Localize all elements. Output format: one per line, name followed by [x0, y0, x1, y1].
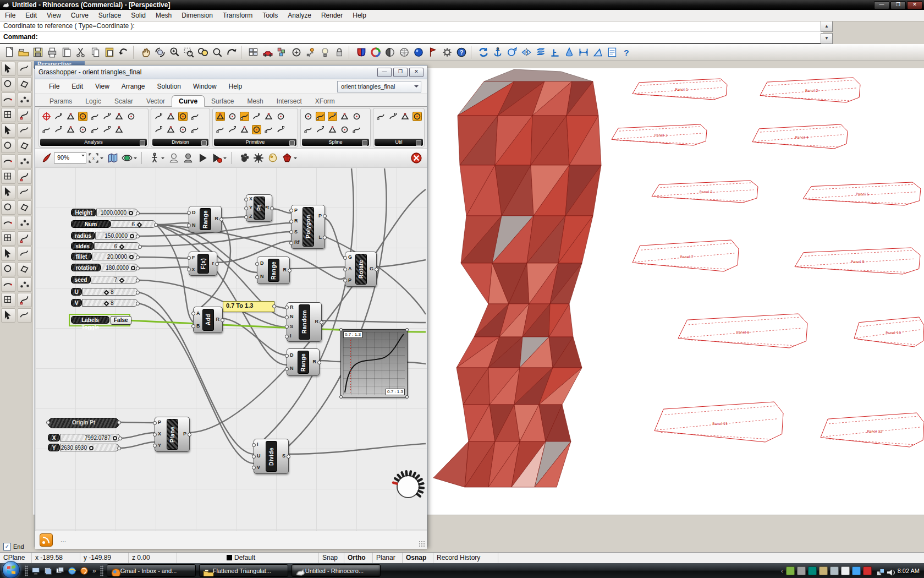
slider-knob[interactable] [104, 290, 109, 295]
toolbar-button-flag[interactable] [426, 45, 440, 59]
toolbar-button-save[interactable] [31, 45, 45, 59]
window-switcher-icon[interactable] [55, 566, 65, 576]
slider-knob[interactable] [119, 277, 125, 283]
slider-knob[interactable] [89, 446, 94, 450]
gh-menu-file[interactable]: File [43, 81, 65, 92]
slider-output-port[interactable] [154, 223, 158, 227]
toolbar-button-zoom[interactable] [167, 45, 182, 59]
toolbar-button-mirror[interactable] [519, 45, 534, 59]
chevron-down-icon[interactable] [100, 157, 103, 161]
component-icon-primitive-5[interactable] [262, 110, 274, 123]
side-tool-22[interactable] [18, 216, 32, 230]
toolbar-button-draft-angle[interactable] [591, 45, 605, 59]
toolbar-button-undo[interactable] [117, 45, 131, 59]
palette-expand-icon[interactable] [289, 140, 295, 146]
output-port-pt[interactable] [270, 206, 274, 210]
input-port-n[interactable] [187, 223, 191, 227]
side-tool-16[interactable] [18, 170, 32, 184]
slider-knob[interactable] [130, 234, 134, 238]
input-port-p[interactable] [343, 279, 347, 282]
gh-restore-button[interactable]: ❐ [393, 68, 408, 77]
output-port-r[interactable] [221, 318, 224, 322]
component-icon-division-1[interactable] [152, 110, 164, 123]
input-port-n[interactable] [285, 367, 289, 371]
firefox-icon[interactable] [79, 566, 89, 576]
output-port-l[interactable] [323, 236, 327, 239]
toolbar-button-paste[interactable] [102, 45, 117, 59]
checkbox-checked-icon[interactable]: ✓ [3, 543, 11, 550]
slider-output-port[interactable] [118, 437, 122, 440]
side-tool-8[interactable] [18, 108, 32, 122]
slider-track[interactable]: 8 [82, 299, 138, 307]
component-icon-division-3[interactable] [177, 110, 189, 123]
start-button[interactable] [2, 561, 20, 578]
side-tool-9[interactable] [1, 123, 15, 138]
component-icon-primitive-10[interactable] [250, 123, 262, 136]
slider-output-port[interactable] [117, 446, 121, 450]
menu-item-mesh[interactable]: Mesh [151, 10, 177, 20]
number-slider-fillet[interactable]: fillet20.0000 [71, 253, 138, 261]
canvas-map-button[interactable] [106, 151, 120, 165]
menu-item-edit[interactable]: Edit [20, 10, 42, 20]
output-port-r[interactable] [288, 269, 292, 272]
side-tool-24[interactable] [18, 231, 32, 246]
tray-expand-icon[interactable]: ‹ [781, 568, 783, 574]
task-button-3[interactable]: Untitled - Rhinocero... [292, 564, 381, 577]
input-port-rf[interactable] [289, 241, 293, 245]
input-port-b[interactable] [191, 324, 195, 328]
gh-menu-edit[interactable]: Edit [65, 81, 89, 92]
feed-icon[interactable] [40, 533, 53, 547]
statusbar-toggle-planar[interactable]: Planar [373, 553, 403, 564]
component-icon-spline-1[interactable] [302, 110, 314, 123]
gh-menu-window[interactable]: Window [187, 81, 223, 92]
toolbar-button-sync-view[interactable] [476, 45, 491, 59]
side-tool-4[interactable] [18, 77, 32, 91]
show-desktop-icon[interactable] [43, 566, 53, 576]
gh-component-fx[interactable]: F(x)Fxr [189, 252, 217, 276]
boolean-toggle[interactable]: Labels ToggleFalse [70, 315, 129, 325]
toolbar-button-lock[interactable] [332, 45, 346, 59]
osnap-end-toggle[interactable]: ✓End [3, 542, 24, 551]
slider-track[interactable]: 180.0000 [101, 264, 138, 271]
slider-output-port[interactable] [138, 245, 142, 249]
component-icon-spline-6[interactable] [302, 123, 314, 136]
input-port-s[interactable] [289, 230, 293, 234]
toolbar-button-undo-view[interactable] [224, 45, 239, 59]
number-slider-seed[interactable]: seed7 [71, 276, 138, 285]
component-icon-division-4[interactable] [189, 110, 201, 123]
component-icon-primitive-4[interactable] [250, 110, 262, 123]
input-port-d[interactable] [255, 262, 259, 266]
toolbar-button-sphere-render[interactable] [411, 45, 426, 59]
update-icon[interactable] [786, 566, 795, 575]
menu-item-curve[interactable]: Curve [66, 10, 94, 20]
toolbar-button-object-snap-grid[interactable] [275, 45, 289, 59]
slider-output-port[interactable] [136, 302, 140, 306]
slider-track[interactable]: 150.0000 [95, 232, 138, 239]
scroll-up-button[interactable]: ▲ [821, 21, 833, 32]
input-port-x[interactable] [153, 433, 157, 437]
document-selector[interactable]: orient triangles_final [337, 81, 421, 92]
component-icon-primitive-7[interactable] [214, 123, 226, 136]
gh-tab-params[interactable]: Params [43, 96, 79, 106]
zoom-defined-button[interactable]: x [86, 151, 106, 165]
mapper-grip[interactable] [405, 328, 409, 331]
component-icon-util-4[interactable] [411, 110, 423, 123]
side-tool-29[interactable] [1, 277, 15, 292]
toolbar-button-lightbulb[interactable] [318, 45, 332, 59]
menu-item-dimension[interactable]: Dimension [177, 10, 218, 20]
menu-item-help[interactable]: Help [348, 10, 371, 20]
component-icon-division-6[interactable] [164, 123, 177, 136]
toolbar-button-layer-stack[interactable] [534, 45, 548, 59]
side-tool-30[interactable] [18, 277, 32, 292]
side-tool-3[interactable] [1, 77, 15, 91]
gh-component-divide[interactable]: DivideIUVS [254, 439, 289, 474]
component-icon-primitive-8[interactable] [226, 123, 238, 136]
toolbar-button-help[interactable]: ? [454, 45, 469, 59]
palette-expand-icon[interactable] [140, 140, 145, 146]
component-icon-analysis-4[interactable] [76, 110, 89, 123]
component-icon-analysis-8[interactable] [125, 110, 137, 123]
menu-item-tools[interactable]: Tools [257, 10, 283, 20]
side-tool-23[interactable] [1, 231, 15, 246]
slider-output-port[interactable] [136, 291, 140, 295]
component-icon-analysis-1[interactable] [40, 110, 52, 123]
